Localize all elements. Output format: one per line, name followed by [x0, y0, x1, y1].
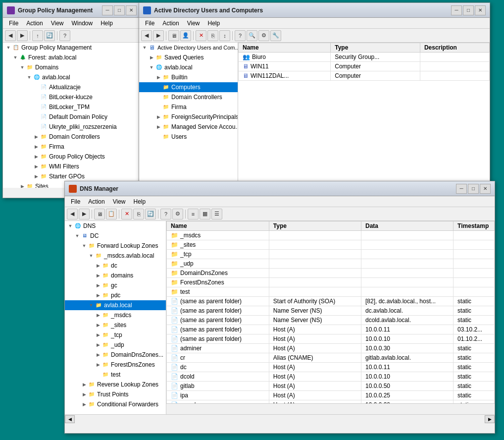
gpm-upfolder-btn[interactable]: ↑ — [32, 30, 43, 41]
aduc-help-btn[interactable]: ? — [235, 30, 246, 41]
dns-tree-root[interactable]: ▼ 🌐 DNS — [65, 221, 166, 231]
dns-table-row[interactable]: 📄ipa Host (A) 10.0.0.25 static — [167, 391, 495, 400]
gpm-menu-help[interactable]: Help — [97, 19, 117, 28]
dns-table-row[interactable]: 📄dcold Host (A) 10.0.0.10 static — [167, 372, 495, 382]
dns-cf-exp[interactable]: ▶ — [81, 400, 88, 409]
dns-table-row[interactable]: 📄(same as parent folder) Name Server (NS… — [167, 306, 495, 316]
dns-help-btn[interactable]: ? — [160, 209, 171, 220]
dns-avtest-item[interactable]: 📁 test — [65, 370, 166, 380]
aduc-foreign-exp[interactable]: ▶ — [155, 112, 162, 121]
aduc-back-btn[interactable]: ◀ — [141, 30, 152, 41]
aduc-btn2[interactable]: 🖥 — [168, 30, 179, 41]
dns-title-bar[interactable]: DNS Manager ─ □ ✕ — [65, 181, 495, 196]
gpm-minimize-button[interactable]: ─ — [102, 5, 113, 15]
dns-btn3[interactable]: ⎘ — [133, 209, 144, 220]
gpm-close-button[interactable]: ✕ — [126, 5, 137, 15]
aduc-title-bar[interactable]: Active Directory Users and Computers ─ □… — [139, 3, 490, 18]
gpm-gpo-exp[interactable]: ▶ — [33, 152, 40, 161]
gpm-domains-expander[interactable]: ▼ — [19, 63, 26, 72]
gpm-tree-root[interactable]: ▼ 📋 Group Policy Management — [3, 43, 140, 53]
dns-avtcp-item[interactable]: ▶ 📁 _tcp — [65, 330, 166, 340]
dns-avfdns-item[interactable]: ▶ 📁 ForestDnsZones — [65, 360, 166, 370]
aduc-computers-item[interactable]: 📁 Computers — [139, 82, 238, 92]
aduc-menu-view[interactable]: View — [183, 19, 204, 28]
gpm-ddp-item[interactable]: 📄 Default Domain Policy — [3, 112, 140, 122]
dns-table-row[interactable]: 📄(same as parent folder) Host (A) 10.0.0… — [167, 325, 495, 334]
gpm-menu-window[interactable]: Window — [68, 19, 97, 28]
dns-hscroll-bar[interactable]: ◀ ▶ — [65, 414, 495, 423]
aduc-col-desc[interactable]: Description — [420, 43, 489, 53]
dns-table-row[interactable]: 📁test — [167, 287, 495, 297]
dns-tp-item[interactable]: ▶ 📁 Trust Points — [65, 389, 166, 399]
dns-btn6[interactable]: ☰ — [211, 209, 222, 220]
aduc-dc-item[interactable]: 📁 Domain Controllers — [139, 92, 238, 102]
dns-flz-exp[interactable]: ▼ — [81, 241, 88, 250]
gpm-wmi-item[interactable]: ▶ 📁 WMI Filters — [3, 162, 140, 171]
dns-msdcs-item[interactable]: ▼ 📁 _msdcs.avlab.local — [65, 251, 166, 261]
dns-domains-item[interactable]: ▶ 📁 domains — [65, 271, 166, 280]
dns-btn2[interactable]: 📋 — [106, 209, 117, 220]
dns-avtcp-exp[interactable]: ▶ — [95, 330, 101, 339]
dns-scroll-right[interactable]: ▶ — [485, 415, 495, 423]
gpm-dc-exp[interactable]: ▶ — [33, 132, 40, 141]
aduc-foreign-item[interactable]: ▶ 📁 ForeignSecurityPrincipals... — [139, 112, 238, 122]
dns-gc-exp[interactable]: ▶ — [95, 281, 101, 290]
aduc-menu-action[interactable]: Action — [158, 19, 183, 28]
gpm-menu-action[interactable]: Action — [22, 19, 47, 28]
dns-close-button[interactable]: ✕ — [480, 184, 491, 194]
dns-col-type[interactable]: Type — [269, 221, 361, 231]
dns-avsites-exp[interactable]: ▶ — [95, 321, 101, 330]
dns-properties-btn[interactable]: ⚙ — [172, 209, 183, 220]
aduc-menu-help[interactable]: Help — [204, 19, 224, 28]
dns-pdc-exp[interactable]: ▶ — [95, 291, 101, 300]
dns-table-row[interactable]: 📄gitlab Host (A) 10.0.0.50 static — [167, 382, 495, 391]
dns-forward-btn[interactable]: ▶ — [79, 209, 90, 220]
aduc-avlab-item[interactable]: ▼ 🌐 avlab.local — [139, 62, 238, 72]
aduc-btn-extra3[interactable]: 🔧 — [270, 30, 281, 41]
dns-menu-file[interactable]: File — [67, 197, 84, 206]
aduc-forward-btn[interactable]: ▶ — [153, 30, 164, 41]
gpm-refresh-btn[interactable]: 🔄 — [44, 30, 55, 41]
dns-table-row[interactable]: 📁ForestDnsZones — [167, 278, 495, 287]
gpm-dc-item[interactable]: ▶ 📁 Domain Controllers — [3, 132, 140, 142]
gpm-ukr-item[interactable]: 📄 Ukryte_pliki_rozszerzenia — [3, 122, 140, 132]
dns-avmsdcs-exp[interactable]: ▶ — [95, 311, 101, 320]
dns-back-btn[interactable]: ◀ — [67, 209, 78, 220]
dns-avlab-item[interactable]: ▼ 📁 avlab.local — [65, 300, 166, 310]
dns-btn1[interactable]: 🖥 — [94, 209, 105, 220]
dns-table-row[interactable]: 📄(same as parent folder) Start of Author… — [167, 297, 495, 306]
dns-delete-btn[interactable]: ✕ — [121, 209, 132, 220]
dns-avudp-exp[interactable]: ▶ — [95, 340, 101, 349]
dns-dc-exp[interactable]: ▼ — [74, 231, 81, 240]
dns-tp-exp[interactable]: ▶ — [81, 390, 88, 399]
aduc-tree-panel[interactable]: ▼ 🖥 Active Directory Users and Com... ▶ … — [139, 43, 238, 188]
dns-btn5[interactable]: ▦ — [200, 209, 210, 220]
aduc-managed-item[interactable]: ▶ 📁 Managed Service Accou... — [139, 122, 238, 132]
gpm-forest-expander[interactable]: ▼ — [12, 53, 19, 62]
gpm-akt-item[interactable]: 📄 Aktualizacje — [3, 82, 140, 92]
gpm-domains-item[interactable]: ▼ 📁 Domains — [3, 62, 140, 72]
aduc-btn-extra[interactable]: 🔍 — [247, 30, 257, 41]
dns-pdc-item[interactable]: ▶ 📁 pdc — [65, 290, 166, 300]
gpm-forest-item[interactable]: ▼ 🌲 Forest: avlab.local — [3, 53, 140, 62]
dns-table-row[interactable]: 📁_msdcs — [167, 231, 495, 240]
gpm-help-btn[interactable]: ? — [59, 30, 70, 41]
dns-avlab-exp[interactable]: ▼ — [88, 301, 95, 310]
aduc-maximize-button[interactable]: □ — [463, 5, 474, 15]
gpm-maximize-button[interactable]: □ — [114, 5, 125, 15]
aduc-root-exp[interactable]: ▼ — [141, 43, 148, 52]
aduc-saved-item[interactable]: ▶ 📁 Saved Queries — [139, 53, 238, 62]
dns-refresh-btn[interactable]: 🔄 — [145, 209, 156, 220]
dns-rlz-exp[interactable]: ▶ — [81, 380, 88, 389]
dns-col-ts[interactable]: Timestamp — [454, 221, 495, 231]
gpm-gpo-item[interactable]: ▶ 📁 Group Policy Objects — [3, 152, 140, 162]
dns-table-row[interactable]: 📁DomainDnsZones — [167, 269, 495, 278]
dns-table-row[interactable]: 📄(same as parent folder) Host (A) 10.0.0… — [167, 334, 495, 344]
aduc-avlab-exp[interactable]: ▼ — [148, 63, 155, 72]
dns-gc-item[interactable]: ▶ 📁 gc — [65, 280, 166, 290]
dns-menu-view[interactable]: View — [109, 197, 130, 206]
dns-menu-action[interactable]: Action — [84, 197, 108, 206]
aduc-col-name[interactable]: Name — [239, 43, 331, 53]
dns-scroll-left[interactable]: ◀ — [65, 415, 75, 423]
gpm-firma-item[interactable]: ▶ 📁 Firma — [3, 142, 140, 152]
